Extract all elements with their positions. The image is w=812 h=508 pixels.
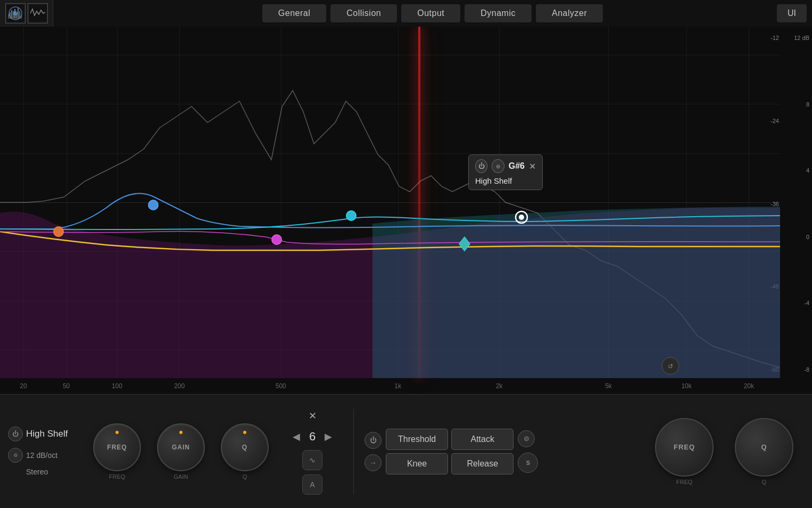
- band-number: 6: [307, 430, 318, 444]
- top-navigation: General Collision Output Dynamic Analyze…: [0, 0, 812, 27]
- filter-name-label: High Shelf: [26, 429, 68, 439]
- filter-mode-label: Stereo: [26, 468, 48, 476]
- filter-slope-label: 12 dB/oct: [26, 451, 57, 460]
- svg-point-15: [272, 235, 281, 244]
- band-next-button[interactable]: ▶: [322, 430, 335, 443]
- right-freq-label: FREQ: [676, 479, 693, 485]
- tooltip-header: ⏻ ⊜ G#6 ✕: [475, 159, 536, 173]
- tooltip-filter-type: High Shelf: [475, 176, 536, 185]
- tab-output[interactable]: Output: [401, 4, 460, 22]
- q-knob-label: Q: [243, 473, 247, 480]
- knee-button[interactable]: Knee: [386, 453, 448, 474]
- right-q-label: Q: [762, 479, 767, 485]
- logo-box2: [28, 3, 48, 23]
- svg-point-11: [13, 11, 18, 15]
- svg-point-16: [346, 211, 356, 220]
- freq-knob-label: FREQ: [109, 473, 126, 480]
- nav-tabs: General Collision Output Dynamic Analyze…: [53, 4, 812, 22]
- right-freq-knob-container: FREQ FREQ: [647, 418, 722, 485]
- close-x-button[interactable]: ✕: [305, 408, 320, 423]
- svg-point-14: [148, 200, 158, 210]
- right-freq-knob[interactable]: FREQ: [655, 418, 714, 477]
- gain-knob-container: GAIN GAIN: [149, 423, 213, 480]
- filter-eq-icon-button[interactable]: ⊜: [8, 448, 23, 463]
- band-selector: ◀ 6 ▶: [285, 430, 340, 444]
- logo-area: [0, 0, 53, 27]
- gain-knob[interactable]: GAIN: [157, 423, 205, 471]
- svg-point-13: [54, 227, 63, 236]
- tooltip-note: G#6: [509, 161, 525, 171]
- tooltip-close-button[interactable]: ✕: [529, 161, 536, 171]
- func-button-wave[interactable]: ∿: [302, 450, 322, 470]
- dynamics-sidechain-button[interactable]: →: [364, 454, 382, 471]
- bottom-controls: ⏻ High Shelf ⊜ 12 dB/oct Stereo FREQ FRE…: [0, 394, 812, 508]
- logo-box1: [5, 3, 26, 23]
- svg-rect-3: [11, 10, 12, 19]
- right-q-knob[interactable]: Q: [735, 418, 793, 477]
- threshold-button[interactable]: Threshold: [386, 429, 448, 450]
- sidechain-button[interactable]: S: [518, 453, 538, 473]
- band-prev-button[interactable]: ◀: [290, 430, 303, 443]
- band-tooltip: ⏻ ⊜ G#6 ✕ High Shelf: [468, 154, 543, 190]
- filter-info-panel: ⏻ High Shelf ⊜ 12 dB/oct Stereo: [0, 421, 85, 482]
- band-func-area: ✕ ◀ 6 ▶ ∿ A: [277, 408, 348, 495]
- attack-button[interactable]: Attack: [451, 429, 513, 450]
- func-button-a[interactable]: A: [302, 474, 322, 495]
- function-buttons: ∿ A: [300, 450, 325, 495]
- svg-text:↺: ↺: [668, 363, 673, 370]
- freq-knob-container: FREQ FREQ: [85, 423, 149, 480]
- dynamics-eq-button[interactable]: ⊜: [518, 430, 535, 447]
- filter-power-button[interactable]: ⏻: [8, 427, 23, 441]
- dynamics-section: ⏻ → Threshold Attack Knee Release ⊜ S: [359, 429, 543, 474]
- gain-knob-label: GAIN: [174, 473, 188, 480]
- dynamics-buttons-grid: Threshold Attack Knee Release: [386, 429, 513, 474]
- eq-curves: ↺: [0, 27, 780, 378]
- tab-ui[interactable]: UI: [777, 4, 807, 22]
- svg-rect-7: [18, 8, 19, 19]
- right-knobs: FREQ FREQ Q Q: [647, 418, 812, 485]
- db-scale-right: 12 dB 8 4 0 -4 -8: [780, 29, 809, 378]
- tab-collision[interactable]: Collision: [330, 4, 397, 22]
- right-q-knob-container: Q Q: [727, 418, 801, 485]
- freq-labels: 20 50 100 200 500 1k 2k 5k 10k 20k: [0, 378, 780, 394]
- eq-display: -12 -24 -36 -48 -60 12 dB 8 4 0 -4 -8: [0, 27, 812, 394]
- tab-dynamic[interactable]: Dynamic: [465, 4, 532, 22]
- release-button[interactable]: Release: [451, 453, 513, 474]
- freq-knob[interactable]: FREQ: [93, 423, 141, 471]
- q-knob-container: Q Q: [213, 423, 277, 480]
- tab-analyzer[interactable]: Analyzer: [536, 4, 603, 22]
- tab-general[interactable]: General: [262, 4, 326, 22]
- svg-point-19: [519, 215, 524, 220]
- tooltip-power-button[interactable]: ⏻: [475, 159, 487, 173]
- vertical-divider-1: [353, 409, 354, 494]
- tooltip-eq-button[interactable]: ⊜: [492, 159, 504, 173]
- dynamics-power-button[interactable]: ⏻: [364, 432, 382, 449]
- q-knob[interactable]: Q: [221, 423, 269, 471]
